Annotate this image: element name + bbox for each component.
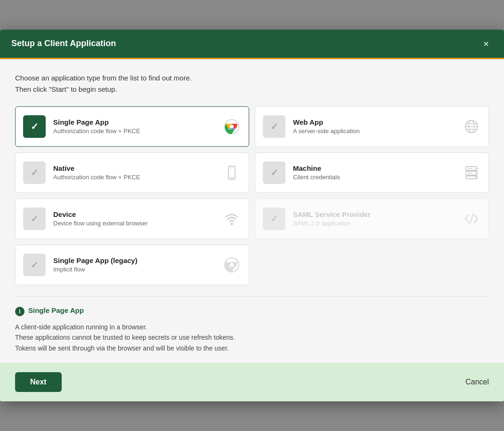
check-box-webapp: ✓ [263, 115, 285, 138]
app-desc-saml: SAML 2.0 application [293, 220, 458, 227]
info-icon: i [15, 307, 24, 316]
svg-point-23 [230, 263, 234, 267]
app-name-machine: Machine [293, 164, 458, 172]
app-desc-device: Device flow using external browser [53, 220, 219, 227]
intro-line1: Choose an application type from the list… [15, 72, 489, 84]
app-card-device[interactable]: ✓ Device Device flow using external brow… [15, 199, 249, 239]
app-info-spa: Single Page App Authorization code flow … [53, 118, 219, 135]
app-desc-native: Authorization code flow + PKCE [53, 174, 219, 181]
divider [15, 296, 489, 297]
selected-app-name: Single Page App [28, 306, 84, 314]
check-box-spa: ✓ [23, 115, 46, 138]
app-name-native: Native [53, 164, 219, 172]
next-button[interactable]: Next [15, 372, 62, 392]
app-card-spa-legacy[interactable]: ✓ Single Page App (legacy) Implicit flow [15, 245, 249, 285]
globe-icon [462, 117, 481, 136]
modal: Setup a Client Application × Choose an a… [0, 30, 504, 401]
modal-header: Setup a Client Application × [0, 30, 504, 59]
svg-line-20 [470, 214, 473, 223]
svg-point-15 [475, 172, 477, 174]
intro-text: Choose an application type from the list… [15, 72, 489, 95]
app-info-machine: Machine Client credentials [293, 164, 458, 181]
mobile-icon [222, 163, 241, 182]
app-desc-spa: Authorization code flow + PKCE [53, 128, 219, 135]
svg-point-2 [230, 125, 234, 128]
server-icon [462, 163, 481, 182]
check-icon-spa-legacy: ✓ [31, 259, 39, 271]
app-name-spa: Single Page App [53, 118, 219, 126]
check-icon-machine: ✓ [270, 167, 278, 178]
check-box-device: ✓ [23, 208, 46, 230]
selected-info: i Single Page App [15, 306, 489, 316]
app-card-native[interactable]: ✓ Native Authorization code flow + PKCE [15, 152, 249, 193]
svg-point-16 [475, 176, 477, 178]
app-card-spa[interactable]: ✓ Single Page App Authorization code flo… [15, 106, 249, 147]
spa-legacy-chrome-icon [222, 255, 241, 274]
check-box-saml: ✓ [263, 208, 285, 230]
check-icon-spa: ✓ [31, 121, 39, 132]
check-icon-native: ✓ [31, 167, 39, 178]
close-button[interactable]: × [480, 37, 493, 50]
svg-point-14 [475, 168, 477, 169]
chrome-icon [222, 117, 241, 136]
app-desc-machine: Client credentials [293, 174, 458, 181]
modal-body: Choose an application type from the list… [0, 59, 504, 363]
modal-title: Setup a Client Application [11, 39, 116, 48]
check-icon-saml: ✓ [270, 213, 278, 224]
app-name-device: Device [53, 210, 219, 218]
code-icon [462, 209, 481, 228]
app-card-machine[interactable]: ✓ Machine Client credentials [255, 152, 489, 193]
check-icon-device: ✓ [31, 213, 39, 224]
app-name-webapp: Web App [293, 118, 458, 126]
app-name-saml: SAML Service Provider [293, 210, 458, 218]
check-box-machine: ✓ [263, 161, 285, 184]
check-box-native: ✓ [23, 161, 46, 184]
app-card-saml: ✓ SAML Service Provider SAML 2.0 applica… [255, 199, 489, 239]
app-name-spa-legacy: Single Page App (legacy) [53, 256, 219, 264]
cancel-button[interactable]: Cancel [465, 378, 489, 386]
app-info-device: Device Device flow using external browse… [53, 210, 219, 227]
modal-footer: Next Cancel [0, 363, 504, 401]
app-card-webapp[interactable]: ✓ Web App A server-side application [255, 106, 489, 147]
app-desc-spa-legacy: Implicit flow [53, 266, 219, 273]
app-info-spa-legacy: Single Page App (legacy) Implicit flow [53, 256, 219, 273]
app-type-grid: ✓ Single Page App Authorization code flo… [15, 106, 489, 285]
app-desc-webapp: A server-side application [293, 128, 458, 135]
app-info-native: Native Authorization code flow + PKCE [53, 164, 219, 181]
app-info-saml: SAML Service Provider SAML 2.0 applicati… [293, 210, 458, 227]
selected-app-description: A client-side application running in a b… [15, 322, 489, 353]
check-icon-webapp: ✓ [270, 121, 278, 132]
intro-line2: Then click "Start" to begin setup. [15, 84, 489, 95]
app-info-webapp: Web App A server-side application [293, 118, 458, 135]
wifi-icon [222, 209, 241, 228]
svg-point-19 [231, 223, 233, 225]
check-box-spa-legacy: ✓ [23, 254, 46, 276]
